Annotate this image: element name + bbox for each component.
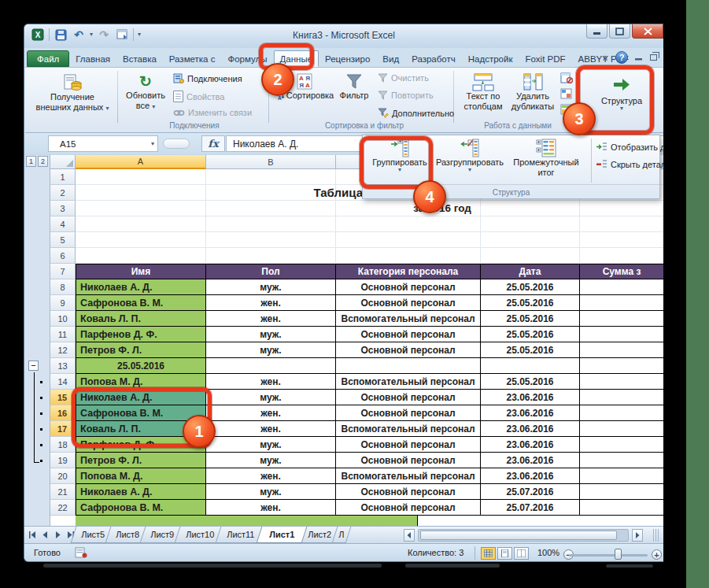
cell[interactable] — [76, 169, 206, 185]
cell[interactable] — [206, 216, 336, 232]
insert-function-button[interactable]: fx — [201, 135, 225, 152]
consolidate-button[interactable] — [560, 88, 573, 100]
cell[interactable] — [206, 201, 336, 216]
cell-D20[interactable]: 23.06.2016 — [481, 468, 580, 484]
cell-E9[interactable] — [580, 295, 663, 311]
cell-A19[interactable]: Петров Ф. Л. — [76, 453, 206, 468]
cell[interactable] — [76, 201, 206, 216]
cell-B21[interactable]: муж. — [206, 484, 336, 500]
cell-C14[interactable]: Вспомогательный персонал — [336, 374, 481, 390]
normal-view-button[interactable] — [481, 547, 496, 560]
cell-D12[interactable]: 25.05.2016 — [481, 342, 580, 358]
tab-Файл[interactable]: Файл — [27, 50, 69, 67]
cell-E21[interactable] — [580, 484, 663, 500]
filter-button[interactable]: Фильтр — [335, 71, 373, 101]
hscroll-left-icon[interactable] — [404, 529, 415, 542]
cell-C17[interactable]: Вспомогательный персонал — [336, 421, 481, 437]
cell-D10[interactable]: 25.05.2016 — [481, 311, 580, 327]
cell-B11[interactable]: муж. — [206, 327, 336, 342]
cell[interactable] — [336, 216, 481, 232]
cell-B19[interactable]: муж. — [206, 453, 336, 468]
row-header-20[interactable]: 20 — [50, 468, 76, 484]
cell-E11[interactable] — [580, 327, 663, 342]
cell-D9[interactable]: 25.05.2016 — [481, 295, 580, 311]
close-button[interactable] — [632, 24, 663, 39]
cell-A10[interactable]: Коваль Л. П. — [76, 311, 206, 327]
sheet-tab-Лист1[interactable]: Лист1 — [257, 527, 308, 543]
cell-E17[interactable] — [580, 421, 663, 437]
cell-E10[interactable] — [580, 311, 663, 327]
table-header-Сумма з[interactable]: Сумма з — [580, 264, 663, 279]
advanced-filter-button[interactable]: Дополнительно — [378, 108, 454, 118]
restore-button[interactable] — [609, 24, 630, 39]
tab-Рецензиро[interactable]: Рецензиро — [319, 50, 376, 67]
cell-E22[interactable] — [580, 500, 663, 516]
cell[interactable] — [76, 232, 206, 248]
table-header-Имя[interactable]: Имя — [76, 264, 206, 279]
column-header-B[interactable]: B — [206, 155, 336, 169]
cell-B8[interactable]: муж. — [206, 279, 336, 295]
cell-E15[interactable] — [580, 390, 663, 405]
row-header-19[interactable]: 19 — [50, 453, 76, 468]
cell-D21[interactable]: 25.07.2016 — [481, 484, 580, 500]
zoom-slider-track[interactable] — [569, 554, 648, 557]
cell-C19[interactable]: Основной персонал — [336, 453, 481, 468]
cell-B9[interactable]: жен. — [206, 295, 336, 311]
subtotal-button[interactable]: Промежуточный итог — [505, 137, 587, 184]
cell-D11[interactable]: 25.05.2016 — [481, 327, 580, 342]
cell[interactable] — [580, 248, 663, 264]
cell-E12[interactable] — [580, 342, 663, 358]
cell-C15[interactable]: Основной персонал — [336, 390, 481, 405]
cell-C18[interactable]: Основной персонал — [336, 437, 481, 453]
row-header-1[interactable]: 1 — [50, 169, 76, 185]
cell-B16[interactable]: жен. — [206, 405, 336, 421]
row-header-8[interactable]: 8 — [50, 279, 76, 295]
row-header-10[interactable]: 10 — [50, 311, 76, 327]
cell-C20[interactable]: Вспомогательный персонал — [336, 468, 481, 484]
cell-C16[interactable]: Основной персонал — [336, 405, 481, 421]
row-header-11[interactable]: 11 — [50, 327, 76, 342]
cell-E14[interactable] — [580, 374, 663, 390]
tab-Надстройк[interactable]: Надстройк — [462, 50, 519, 67]
workbook-restore-icon[interactable] — [650, 54, 657, 61]
row-header-13[interactable]: 13 — [50, 358, 76, 374]
cell[interactable] — [481, 248, 580, 264]
cell-E18[interactable] — [580, 437, 663, 453]
cell-A22[interactable]: Сафронова В. М. — [76, 500, 206, 516]
row-header-12[interactable]: 12 — [50, 342, 76, 358]
outline-level2-button[interactable]: 2 — [38, 156, 48, 167]
cell[interactable] — [76, 248, 206, 264]
zoom-slider-handle[interactable] — [615, 549, 622, 560]
cell[interactable] — [76, 185, 206, 201]
table-header-Категория персонала[interactable]: Категория персонала — [336, 264, 481, 279]
row-header-9[interactable]: 9 — [50, 295, 76, 311]
cell-A9[interactable]: Сафронова В. М. — [76, 295, 206, 311]
page-layout-view-button[interactable] — [497, 547, 512, 560]
cell-D13[interactable] — [481, 358, 580, 374]
row-header-4[interactable]: 4 — [50, 216, 76, 232]
tab-Foxit PDF[interactable]: Foxit PDF — [519, 50, 571, 67]
row-header-21[interactable]: 21 — [50, 484, 76, 500]
row-header-2[interactable]: 2 — [50, 185, 76, 201]
cell-B17[interactable]: жен. — [206, 421, 336, 437]
row-header-6[interactable]: 6 — [50, 248, 76, 264]
help-icon[interactable]: ? — [615, 51, 628, 64]
table-header-Дата[interactable]: Дата — [481, 264, 580, 279]
show-detail-button[interactable]: Отобразить дет — [596, 142, 663, 152]
cell-B13[interactable] — [206, 358, 336, 374]
collapse-group-button[interactable]: − — [28, 361, 39, 371]
cell-A13[interactable]: 25.05.2016 — [76, 358, 206, 374]
cell-B14[interactable]: жен. — [206, 374, 336, 390]
select-all-corner[interactable] — [50, 155, 76, 169]
cell-C9[interactable]: Основной персонал — [336, 295, 481, 311]
name-box-dropdown-icon[interactable]: ▾ — [151, 142, 154, 146]
tab-Разметка с[interactable]: Разметка с — [163, 50, 222, 67]
cell-A12[interactable]: Петров Ф. Л. — [76, 342, 206, 358]
cell-E8[interactable] — [580, 279, 663, 295]
cell-E20[interactable] — [580, 468, 663, 484]
tab-Вставка[interactable]: Вставка — [116, 50, 163, 67]
prev-sheet-icon[interactable] — [40, 530, 50, 540]
table-header-Пол[interactable]: Пол — [206, 264, 336, 279]
collapse-ribbon-icon[interactable]: ∧ — [602, 53, 608, 63]
first-sheet-icon[interactable] — [28, 530, 38, 540]
